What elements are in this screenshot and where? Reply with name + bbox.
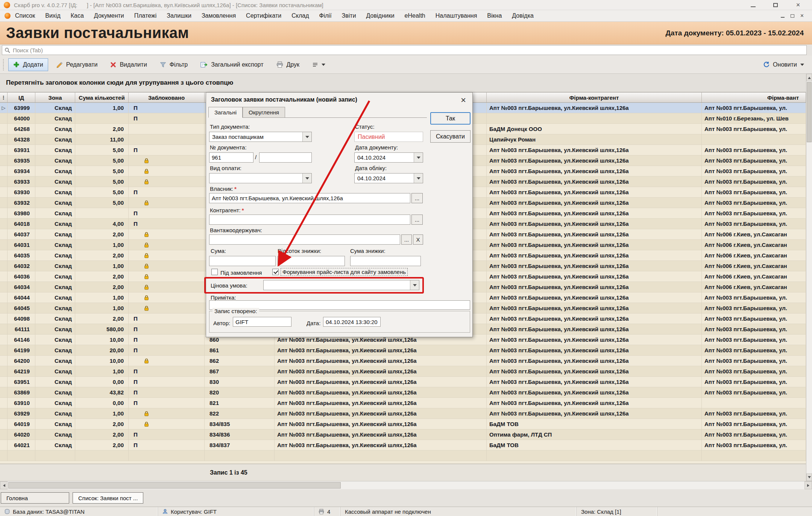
cell-doc: 820 [205,387,275,398]
table-row[interactable]: 63869Склад43,82П820Апт №003 пгт.Барышевк… [0,387,806,398]
column-header-blocked[interactable]: Заблоковано [129,93,205,102]
maximize-button[interactable] [771,2,780,8]
edit-button-label: Редагувати [66,61,98,68]
cell-owner: Апт №003 пгт.Барышевка, ул.Киевский шлях… [275,429,487,440]
menu-item-11[interactable]: Звіти [342,12,356,19]
owner-picker-button[interactable]: ... [411,193,423,203]
cell-consignee: Апт №003 пгт.Барышевка, ул. [702,198,806,208]
table-row[interactable]: 64200Склад10,00862Апт №003 пгт.Барышевка… [0,356,806,366]
cell-id: 64219 [8,366,35,377]
menu-item-13[interactable]: eHealth [405,12,425,19]
table-row[interactable] [0,451,806,461]
close-button[interactable]: × [793,2,803,8]
menu-item-2[interactable]: Вихід [45,12,61,19]
horizontal-scrollbar[interactable] [0,481,812,489]
table-row[interactable]: 64019Склад2,00834/835Апт №003 пгт.Барыше… [0,419,806,429]
scroll-down-button[interactable] [806,473,812,481]
menu-item-7[interactable]: Замовлення [202,12,236,19]
menu-item-10[interactable]: Філії [319,12,332,19]
refresh-button[interactable]: Оновити [758,58,809,71]
cell-suma: 1,00 [75,292,129,303]
doc-date-select[interactable]: 04.10.2024 [354,152,423,163]
column-header-suma[interactable]: Сума кількостей [75,93,129,102]
table-row[interactable]: 64199Склад20,00П861Апт №003 пгт.Барышевк… [0,345,806,356]
author-input[interactable] [233,317,291,327]
group-by-hint[interactable]: Перетягніть заголовок колонки сюди для у… [0,74,806,92]
consignee-clear-button[interactable]: X [413,234,423,245]
scroll-right-button[interactable] [804,481,812,489]
consignee-input[interactable] [209,234,400,245]
consignee-picker-button[interactable]: ... [401,234,412,245]
table-row[interactable]: 64020Склад2,00П834/836Апт №003 пгт.Барыш… [0,429,806,440]
database-icon [5,509,10,514]
column-header-zona[interactable]: Зона [35,93,75,102]
acc-date-select[interactable]: 04.10.2024 [354,173,423,183]
vertical-scroll-thumb[interactable] [807,82,812,142]
table-row[interactable]: 64219Склад1,00П867Апт №003 пгт.Барышевка… [0,366,806,377]
price-condition-select[interactable] [263,280,419,290]
menu-item-15[interactable]: Вікна [487,12,502,19]
table-row[interactable]: 63929Склад1,00822Апт №003 пгт.Барышевка,… [0,408,806,419]
created-date-input[interactable] [323,317,381,327]
under-order-checkbox[interactable] [211,269,218,275]
mdi-close-button[interactable]: × [800,13,804,18]
minimize-button[interactable] [748,2,758,8]
export-button[interactable]: Загальний експорт [196,58,268,71]
menu-item-3[interactable]: Каса [71,12,84,19]
menu-item-9[interactable]: Склад [291,12,309,19]
delete-button[interactable]: Видалити [105,58,152,71]
owner-input[interactable] [209,193,410,203]
menu-item-6[interactable]: Залишки [167,12,191,19]
suma-input[interactable] [209,256,276,266]
tab-spysok-zaiavky[interactable]: Список: Заявки пост ... [73,492,143,504]
search-input[interactable] [13,47,806,53]
pay-type-select[interactable] [209,173,312,183]
filter-button[interactable]: Фільтр [155,58,193,71]
scroll-left-button[interactable] [0,481,8,489]
add-button[interactable]: Додати [8,58,48,71]
horizontal-scroll-thumb[interactable] [8,482,341,489]
application-window: Скарб pro v. 4.0.2.77 [ІД: ] - [Апт №003… [0,0,812,516]
cell-consignee: Апт №003 пгт.Барышевка, ул. [702,103,806,113]
menu-item-4[interactable]: Документи [94,12,124,19]
table-row[interactable]: 63951Склад0,00П830Апт №003 пгт.Барышевка… [0,377,806,387]
menu-item-16[interactable]: Довідка [512,12,534,19]
edit-button[interactable]: Редагувати [51,58,103,71]
column-header-contragent[interactable]: Фірма-контрагент [487,93,702,102]
column-header-indicator[interactable]: ⋮ [0,93,8,102]
doc-number-separator: / [255,154,257,160]
column-header-id[interactable]: ІД [8,93,35,102]
dialog-tab-okruhlennia[interactable]: Округлення [243,107,285,118]
pricelist-checkbox[interactable] [272,269,279,275]
menu-item-1[interactable]: Список [15,12,35,19]
doc-number-input[interactable] [209,152,253,163]
export-icon [200,62,208,68]
discount-pct-input[interactable] [278,256,345,266]
table-row[interactable]: 63910Склад0,00П821Апт №003 пгт.Барышевка… [0,398,806,408]
doc-number2-input[interactable] [259,152,312,163]
print-button[interactable]: Друк [272,58,305,71]
doc-type-select[interactable]: Заказ поставщикам [209,132,312,142]
menu-item-14[interactable]: Налаштування [436,12,477,19]
menu-item-8[interactable]: Сертифікати [246,12,281,19]
menu-item-12[interactable]: Довідники [366,12,395,19]
cell-contragent: Апт №003 пгт.Барышевка, ул.Киевский шлях… [487,166,702,177]
cancel-button[interactable]: Скасувати [430,130,471,143]
menu-item-5[interactable]: Платежі [134,12,157,19]
status-spacer [657,507,812,516]
mdi-restore-button[interactable] [791,13,794,18]
mdi-minimize-button[interactable] [781,13,785,18]
contragent-picker-button[interactable]: ... [411,215,423,225]
contragent-input[interactable] [209,215,410,225]
table-row[interactable]: 64021Склад2,00П834/837Апт №003 пгт.Барыш… [0,440,806,451]
dialog-tab-zagalni[interactable]: Загальні [208,107,243,118]
discount-sum-input[interactable] [350,256,421,266]
scroll-up-button[interactable] [806,74,812,81]
list-options-button[interactable] [307,58,330,71]
vertical-scrollbar[interactable] [806,74,812,481]
cell-suma: 10,00 [75,356,129,366]
ok-button[interactable]: Так [430,112,471,125]
dialog-close-icon[interactable]: × [459,95,468,105]
tab-holovna[interactable]: Головна [1,492,69,504]
column-header-consignee[interactable]: Фірма-вант [702,93,806,102]
